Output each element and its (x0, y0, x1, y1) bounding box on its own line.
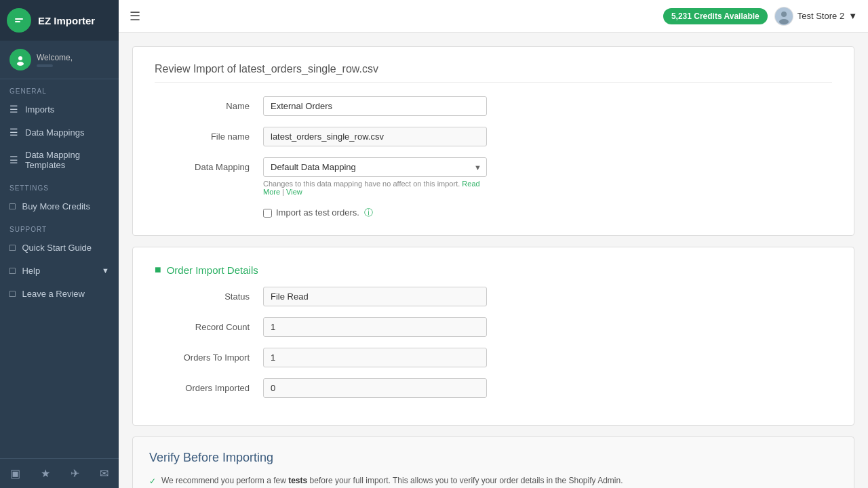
sidebar-item-label: Data Mapping Templates (25, 150, 109, 170)
app-logo-icon[interactable] (7, 8, 31, 33)
name-input[interactable] (263, 96, 487, 116)
credits-icon: □ (9, 201, 15, 211)
app-name: EZ Importer (38, 15, 95, 26)
settings-section-label: SETTINGS (0, 176, 119, 195)
list-icon: ☰ (9, 104, 18, 115)
verify-title: Verify Before Importing (149, 451, 837, 465)
filename-field-wrapper (263, 127, 487, 146)
svg-point-7 (781, 12, 787, 17)
filename-label: File name (155, 127, 263, 142)
sidebar: EZ Importer Welcome, GENERAL ☰ Imports ☰… (0, 0, 119, 488)
credits-badge[interactable]: 5,231 Credits Available (663, 8, 768, 24)
star-icon[interactable]: ★ (35, 464, 56, 483)
sidebar-item-label: Leave a Review (22, 289, 85, 299)
info-icon: ⓘ (364, 207, 373, 218)
sidebar-footer: ▣ ★ ✈ ✉ (0, 458, 119, 488)
data-mapping-select-wrapper: Default Data Mapping ▼ (263, 157, 487, 177)
user-name-bar (37, 64, 53, 67)
record-count-label: Record Count (155, 317, 263, 332)
review-icon: □ (9, 288, 15, 299)
data-mapping-field-wrapper: Default Data Mapping ▼ Changes to this d… (263, 157, 487, 196)
svg-rect-1 (15, 18, 23, 20)
sidebar-item-leave-review[interactable]: □ Leave a Review (0, 282, 119, 305)
status-row: Status (155, 287, 832, 306)
topbar-left: ☰ (130, 9, 140, 24)
svg-rect-2 (15, 21, 20, 22)
sidebar-item-label: Help (22, 266, 40, 276)
name-field-wrapper (263, 96, 487, 116)
store-chevron-icon: ▼ (848, 11, 857, 21)
sidebar-item-buy-more-credits[interactable]: □ Buy More Credits (0, 195, 119, 218)
orders-to-import-label: Orders To Import (155, 348, 263, 363)
sidebar-item-label: Quick Start Guide (22, 243, 92, 253)
chevron-down-icon: ▼ (102, 266, 109, 274)
orders-imported-field-wrapper (263, 378, 487, 398)
topbar-right: 5,231 Credits Available Test Store 2 ▼ (663, 7, 857, 26)
store-name: Test Store 2 (797, 11, 844, 21)
mail-icon[interactable]: ✉ (94, 464, 114, 483)
orders-imported-label: Orders Imported (155, 378, 263, 393)
mappings-icon: ☰ (9, 127, 18, 138)
sidebar-item-label: Imports (25, 104, 54, 115)
section-icon: ■ (155, 264, 161, 276)
sidebar-header: EZ Importer (0, 0, 119, 41)
svg-point-5 (17, 62, 24, 66)
avatar (9, 49, 31, 70)
verify-card: Verify Before Importing ✓ We recommend y… (132, 436, 854, 488)
orders-to-import-row: Orders To Import (155, 348, 832, 367)
orders-to-import-field-wrapper (263, 348, 487, 367)
sidebar-user-section: Welcome, (0, 41, 119, 79)
content-area: Review Import of latest_orders_single_ro… (119, 33, 868, 488)
data-mapping-label: Data Mapping (155, 157, 263, 172)
sidebar-item-imports[interactable]: ☰ Imports (0, 98, 119, 121)
order-import-details-card: ■ Order Import Details Status Record Cou… (132, 247, 854, 426)
general-section-label: GENERAL (0, 79, 119, 98)
import-review-card: Review Import of latest_orders_single_ro… (132, 46, 854, 236)
templates-icon: ☰ (9, 155, 18, 165)
data-mapping-help: Changes to this data mapping have no aff… (263, 180, 487, 196)
store-selector[interactable]: Test Store 2 ▼ (774, 7, 857, 26)
sidebar-item-label: Data Mappings (25, 127, 84, 138)
send-icon[interactable]: ✈ (65, 464, 85, 483)
order-import-heading: ■ Order Import Details (155, 264, 832, 276)
quick-start-icon: □ (9, 242, 15, 253)
sidebar-item-quick-start[interactable]: □ Quick Start Guide (0, 236, 119, 259)
import-test-row: Import as test orders. ⓘ (263, 207, 832, 219)
orders-imported-input (263, 378, 487, 398)
svg-point-4 (18, 56, 22, 60)
svg-point-0 (12, 14, 26, 27)
record-count-row: Record Count (155, 317, 832, 337)
main-wrapper: ☰ 5,231 Credits Available Test Store 2 ▼… (119, 0, 868, 488)
page-title: Review Import of latest_orders_single_ro… (155, 63, 832, 83)
view-link[interactable]: View (286, 188, 302, 196)
status-input (263, 287, 487, 306)
checkmark-icon-1: ✓ (149, 475, 156, 487)
verify-item-1: ✓ We recommend you perform a few tests b… (149, 474, 837, 487)
data-mapping-select[interactable]: Default Data Mapping (263, 157, 487, 177)
store-avatar (774, 7, 793, 26)
name-label: Name (155, 96, 263, 111)
import-test-label: Import as test orders. ⓘ (276, 207, 373, 219)
support-section-label: SUPPORT (0, 218, 119, 236)
filename-input (263, 127, 487, 146)
record-count-input (263, 317, 487, 337)
topbar: ☰ 5,231 Credits Available Test Store 2 ▼ (119, 0, 868, 33)
orders-to-import-input (263, 348, 487, 367)
sidebar-item-help[interactable]: □ Help ▼ (0, 259, 119, 282)
filename-row: File name (155, 127, 832, 146)
orders-imported-row: Orders Imported (155, 378, 832, 398)
status-label: Status (155, 287, 263, 302)
status-field-wrapper (263, 287, 487, 306)
help-icon: □ (9, 265, 15, 276)
svg-point-8 (779, 19, 789, 24)
import-test-checkbox[interactable] (263, 209, 272, 218)
data-mapping-row: Data Mapping Default Data Mapping ▼ Chan… (155, 157, 832, 196)
record-count-field-wrapper (263, 317, 487, 337)
sidebar-item-label: Buy More Credits (22, 201, 90, 211)
sidebar-item-data-mapping-templates[interactable]: ☰ Data Mapping Templates (0, 144, 119, 176)
grid-icon[interactable]: ▣ (5, 464, 26, 483)
verify-text-1: We recommend you perform a few tests bef… (161, 474, 623, 487)
sidebar-item-data-mappings[interactable]: ☰ Data Mappings (0, 121, 119, 144)
hamburger-menu-icon[interactable]: ☰ (130, 9, 140, 24)
section-title: Order Import Details (167, 264, 258, 276)
